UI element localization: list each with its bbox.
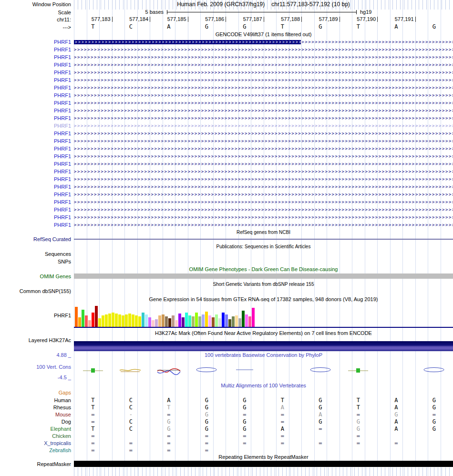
species-alignment-content: ========= <box>74 439 453 446</box>
species-alignment-content: TCTGGAGTAG <box>74 404 453 411</box>
alignment-base: A <box>389 397 403 404</box>
alignment-base: = <box>389 440 403 446</box>
alignment-base: = <box>199 433 214 439</box>
alignment-base: G <box>199 397 214 404</box>
species-alignment-content: =-=G==A=G= <box>74 411 453 418</box>
alignment-base: G <box>199 404 214 411</box>
alignment-base: = <box>351 411 365 418</box>
repeatmasker-element-bar[interactable] <box>74 461 453 467</box>
alignment-base: G <box>313 404 328 411</box>
alignment-base: T <box>86 397 100 404</box>
alignment-base: A <box>389 425 403 432</box>
multiz-species-row[interactable]: HumanTCAGGTGTAG <box>0 396 453 404</box>
repeatmasker-label[interactable]: RepeatMasker <box>0 461 71 467</box>
alignment-base: T <box>351 404 365 411</box>
alignment-base: G <box>237 397 252 404</box>
alignment-base: = <box>162 440 176 446</box>
alignment-base: A <box>275 404 289 411</box>
alignment-base: = <box>162 433 176 439</box>
alignment-base: T <box>351 397 365 404</box>
alignment-base: = <box>124 440 138 446</box>
alignment-base: G <box>427 418 441 425</box>
species-label[interactable]: Zebrafish <box>0 446 71 454</box>
alignment-base: C <box>124 418 138 425</box>
alignment-base: = <box>86 440 100 446</box>
alignment-base: G <box>199 411 214 418</box>
alignment-base: G <box>237 425 252 432</box>
repeatmasker-row: RepeatMasker <box>0 461 453 467</box>
multiz-alignment-track: HumanTCAGGTGTAGRhesusTCTGGAGTAGMouse=-=G… <box>0 0 453 476</box>
alignment-base: = <box>351 440 365 446</box>
species-alignment-content: TCAGGTGTAG <box>74 396 453 404</box>
alignment-base: = <box>86 418 100 425</box>
alignment-base: = <box>275 433 289 439</box>
alignment-base: G <box>313 397 328 404</box>
alignment-base: A <box>162 397 176 404</box>
species-label[interactable]: X_tropicalis <box>0 439 71 446</box>
alignment-base: G <box>427 425 441 432</box>
alignment-base: G <box>313 418 328 425</box>
alignment-base: = <box>199 447 214 454</box>
multiz-species-row[interactable]: Zebrafish==== <box>0 446 453 454</box>
multiz-species-row[interactable]: Mouse=-=G==A=G= <box>0 411 453 418</box>
alignment-base: G <box>199 418 214 425</box>
alignment-base: = <box>86 411 100 418</box>
multiz-species-row[interactable]: RhesusTCTGGAGTAG <box>0 404 453 411</box>
repeatmasker-header-row: Repeating Elements by RepeatMasker <box>0 454 453 460</box>
alignment-base: = <box>275 418 289 425</box>
species-alignment-content: ==== <box>74 446 453 454</box>
repeatmasker-track-title[interactable]: Repeating Elements by RepeatMasker <box>74 454 453 460</box>
alignment-base: C <box>124 404 138 411</box>
alignment-base: = <box>162 447 176 454</box>
alignment-base: T <box>162 404 176 411</box>
alignment-base: C <box>124 425 138 432</box>
alignment-base: = <box>162 411 176 418</box>
species-label[interactable]: Dog <box>0 418 71 425</box>
alignment-base: = <box>86 433 100 439</box>
alignment-base: G <box>427 397 441 404</box>
multiz-species-row[interactable]: Chicken====== <box>0 432 453 439</box>
alignment-base: C <box>124 397 138 404</box>
alignment-base: = <box>237 440 252 446</box>
alignment-base: = <box>237 411 252 418</box>
alignment-base: G <box>351 425 365 432</box>
alignment-base: = <box>275 411 289 418</box>
alignment-base: G <box>162 418 176 425</box>
alignment-base: = <box>313 440 328 446</box>
alignment-base: - <box>124 411 138 418</box>
genome-browser: Window Position Human Feb. 2009 (GRCh37/… <box>0 0 453 476</box>
alignment-base: A <box>313 411 328 418</box>
alignment-base: = <box>199 440 214 446</box>
species-alignment-content: =CGGG=GGAG <box>74 418 453 425</box>
alignment-base: G <box>237 404 252 411</box>
species-label[interactable]: Human <box>0 396 71 404</box>
species-label[interactable]: Rhesus <box>0 404 71 411</box>
species-label[interactable]: Elephant <box>0 425 71 432</box>
alignment-base: T <box>86 425 100 432</box>
species-label[interactable]: Chicken <box>0 432 71 439</box>
alignment-base: T <box>86 404 100 411</box>
alignment-base: G <box>351 418 365 425</box>
alignment-base: = <box>313 425 328 432</box>
alignment-base: G <box>389 411 403 418</box>
alignment-base: A <box>389 404 403 411</box>
alignment-base: G <box>237 418 252 425</box>
alignment-base: G <box>427 404 441 411</box>
species-alignment-content: TCGGGA=GAG <box>74 425 453 432</box>
alignment-base: = <box>237 433 252 439</box>
species-label[interactable]: Mouse <box>0 411 71 418</box>
alignment-base: = <box>86 447 100 454</box>
alignment-base: A <box>389 418 403 425</box>
alignment-base: T <box>275 397 289 404</box>
alignment-base: G <box>162 425 176 432</box>
multiz-species-row[interactable]: ElephantTCGGGA=GAG <box>0 425 453 432</box>
alignment-base: = <box>427 411 441 418</box>
multiz-species-row[interactable]: X_tropicalis========= <box>0 439 453 446</box>
alignment-base: = <box>124 447 138 454</box>
alignment-base: = <box>351 433 365 439</box>
multiz-species-row[interactable]: Dog=CGGG=GGAG <box>0 418 453 425</box>
species-alignment-content: ====== <box>74 432 453 439</box>
alignment-base: A <box>275 425 289 432</box>
alignment-base: G <box>199 425 214 432</box>
alignment-base: = <box>275 440 289 446</box>
